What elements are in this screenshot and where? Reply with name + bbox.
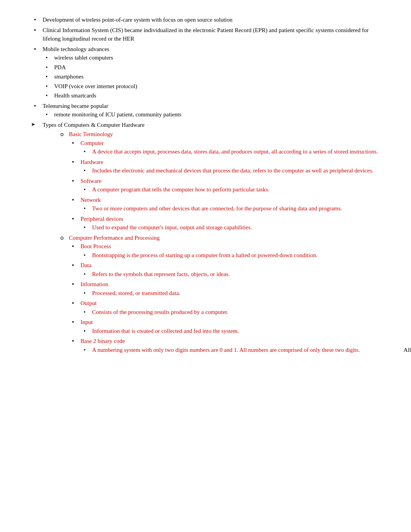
def-list: Refers to the symbols that represent fac…: [80, 270, 388, 279]
term-item-network: Network Two or more computers and other …: [69, 196, 388, 213]
list-item: wireless tablet computers: [43, 53, 388, 62]
def-list: Includes the electronic and mechanical d…: [80, 166, 388, 175]
list-item: Health smartcards: [43, 91, 388, 100]
arrow-item: Types of Computers & Computer Hardware B…: [31, 121, 388, 355]
list-item: smartphones: [43, 72, 388, 81]
list-item: VOIP (voice over internet protocol): [43, 82, 388, 91]
arrow-label: Types of Computers & Computer Hardware: [43, 122, 144, 128]
def-list: A numbering system with only two digits …: [80, 346, 388, 355]
def-list: Information that is created or collected…: [80, 327, 388, 336]
definition-item: Processed, stored, or transmitted data.: [80, 289, 388, 298]
top-bullet-list: Development of wireless point-of-care sy…: [31, 15, 388, 119]
def-list: Two or more computers and other devices …: [80, 204, 388, 213]
definition-item: Two or more computers and other devices …: [80, 204, 388, 213]
definition-item: Refers to the symbols that represent fac…: [80, 270, 388, 279]
circle-list: Basic Terminology Computer A device that…: [58, 130, 388, 354]
term-list: Boot Process Bootstrapping is the proces…: [69, 242, 388, 354]
circle-item-basic: Basic Terminology Computer A device that…: [58, 130, 388, 232]
def-list: Processed, stored, or transmitted data.: [80, 289, 388, 298]
definition-item: Includes the electronic and mechanical d…: [80, 166, 388, 175]
arrow-list: Types of Computers & Computer Hardware B…: [31, 121, 388, 355]
def-list: Used to expand the computer's input, out…: [80, 223, 388, 232]
term-item-binary: Base 2 binary code A numbering system wi…: [69, 337, 388, 354]
definition-item: Bootstrapping is the process of starting…: [80, 251, 388, 260]
list-item: Clinical Information System (CIS) became…: [31, 26, 388, 43]
list-item: Mobile technology advances wireless tabl…: [31, 45, 388, 100]
term-item-peripheral: Peripheral devices Used to expand the co…: [69, 215, 388, 232]
term-item-output: Output Consists of the processing result…: [69, 299, 388, 316]
definition-item: Information that is created or collected…: [80, 327, 388, 336]
term-item-computer: Computer A device that accepts input, pr…: [69, 139, 388, 156]
definition-item: Used to expand the computer's input, out…: [80, 223, 388, 232]
main-content: Development of wireless point-of-care sy…: [31, 15, 388, 354]
definition-item: Consists of the processing results produ…: [80, 308, 388, 317]
definition-item: A numbering system with only two digits …: [80, 346, 388, 355]
list-item: Development of wireless point-of-care sy…: [31, 15, 388, 24]
circle-item-label: Computer Performance and Processing: [69, 235, 160, 241]
all-label: All: [404, 346, 411, 355]
term-list: Computer A device that accepts input, pr…: [69, 139, 388, 232]
definition-item: A computer program that tells the comput…: [80, 185, 388, 194]
list-item: PDA: [43, 63, 388, 72]
list-item: Telenursing became popular remote monito…: [31, 102, 388, 119]
term-item-boot: Boot Process Bootstrapping is the proces…: [69, 242, 388, 259]
circle-item-performance: Computer Performance and Processing Boot…: [58, 234, 388, 355]
def-list: A device that accepts input, processes d…: [80, 147, 388, 156]
term-item-software: Software A computer program that tells t…: [69, 177, 388, 194]
term-item-information: Information Processed, stored, or transm…: [69, 280, 388, 297]
sub-list: remote monitoring of ICU patient, commun…: [43, 110, 388, 119]
def-list: Bootstrapping is the process of starting…: [80, 251, 388, 260]
term-item-input: Input Information that is created or col…: [69, 318, 388, 335]
term-item-hardware: Hardware Includes the electronic and mec…: [69, 158, 388, 175]
def-list: Consists of the processing results produ…: [80, 308, 388, 317]
term-item-data: Data Refers to the symbols that represen…: [69, 261, 388, 278]
list-item: remote monitoring of ICU patient, commun…: [43, 110, 388, 119]
sub-list: wireless tablet computers PDA smartphone…: [43, 53, 388, 100]
circle-item-label: Basic Terminology: [69, 131, 113, 137]
def-list: A computer program that tells the comput…: [80, 185, 388, 194]
definition-item: A device that accepts input, processes d…: [80, 147, 388, 156]
